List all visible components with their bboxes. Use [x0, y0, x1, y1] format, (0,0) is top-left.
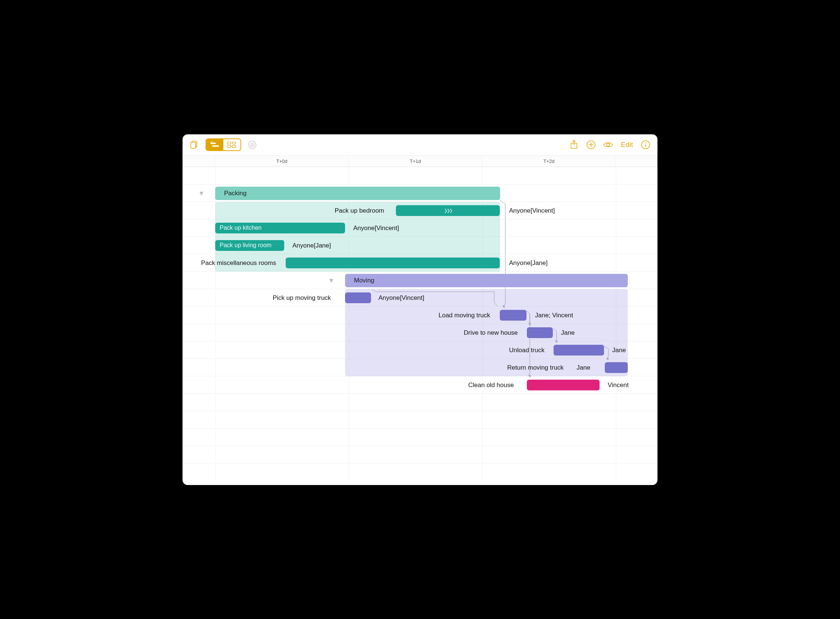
chevron-down-icon[interactable]: ▼ — [328, 277, 335, 285]
svg-rect-9 — [232, 145, 236, 148]
svg-rect-2 — [210, 142, 216, 144]
svg-point-4 — [211, 141, 211, 142]
task-bar-pack-bedroom[interactable]: ❯❯❯ — [396, 205, 500, 216]
group-label: Moving — [354, 277, 374, 284]
share-icon[interactable] — [568, 139, 580, 151]
task-bar-unload[interactable] — [554, 345, 604, 356]
task-resource: Anyone[Vincent] — [378, 294, 424, 302]
timeline-col-0: T+0d — [215, 156, 349, 167]
timeline-col-2: T+2d — [482, 156, 616, 167]
group-label: Packing — [224, 190, 247, 197]
task-resource: Jane — [577, 364, 590, 371]
svg-point-10 — [248, 141, 256, 148]
view-grid-icon[interactable] — [223, 139, 241, 150]
task-label: Load moving truck — [439, 312, 490, 319]
task-resource: Anyone[Vincent] — [353, 224, 399, 232]
group-header-moving[interactable]: Moving — [345, 274, 628, 287]
task-label: Pack up kitchen — [220, 224, 262, 231]
task-resource: Anyone[Vincent] — [509, 207, 555, 214]
task-label: Drive to new house — [464, 329, 518, 336]
task-label: Pick up moving truck — [273, 294, 331, 302]
app-window: Edit T+0d T+1d T+2d — [182, 135, 658, 485]
task-bar-load-truck[interactable] — [500, 310, 526, 321]
undo-icon[interactable] — [247, 139, 258, 151]
task-resource: Jane — [561, 329, 575, 336]
svg-rect-6 — [227, 142, 231, 144]
group-header-packing[interactable]: Packing — [215, 187, 500, 200]
info-icon[interactable] — [640, 139, 652, 151]
svg-point-13 — [607, 143, 610, 146]
task-label: Pack miscellaneous rooms — [201, 259, 276, 267]
chevron-right-icon: ❯❯❯ — [444, 208, 452, 213]
documents-icon[interactable] — [188, 139, 200, 151]
task-bar-pack-misc[interactable] — [286, 257, 500, 268]
task-resource: Vincent — [608, 381, 629, 389]
task-label: Return moving truck — [507, 364, 563, 371]
task-label: Pack up living room — [220, 242, 272, 249]
task-bar-pack-living[interactable]: Pack up living room — [215, 240, 284, 251]
task-label: Pack up bedroom — [335, 207, 384, 214]
task-resource: Jane; Vincent — [535, 312, 573, 319]
task-bar-clean-house[interactable] — [527, 380, 599, 390]
svg-point-15 — [645, 142, 646, 143]
task-label: Clean old house — [468, 381, 514, 389]
task-bar-drive[interactable] — [527, 327, 553, 338]
svg-rect-8 — [227, 145, 231, 148]
add-icon[interactable] — [585, 139, 597, 151]
svg-point-5 — [212, 141, 212, 142]
task-resource: Anyone[Jane] — [509, 259, 548, 267]
svg-rect-3 — [212, 145, 219, 147]
task-resource: Anyone[Jane] — [292, 242, 331, 250]
svg-rect-1 — [191, 142, 196, 148]
eye-icon[interactable] — [602, 139, 614, 151]
toolbar: Edit — [182, 135, 658, 156]
svg-rect-7 — [232, 142, 236, 144]
task-bar-pack-kitchen[interactable]: Pack up kitchen — [215, 223, 345, 233]
view-gantt-icon[interactable] — [206, 139, 223, 150]
timeline-col-1: T+1d — [349, 156, 482, 167]
task-bar-pickup-truck[interactable] — [345, 292, 371, 303]
task-label: Unload truck — [509, 347, 544, 354]
timeline-header: T+0d T+1d T+2d — [182, 156, 658, 167]
edit-button[interactable]: Edit — [619, 141, 634, 149]
task-bar-return-truck[interactable] — [605, 362, 628, 373]
gantt-rows[interactable]: ▼ Packing Pack up bedroom ❯❯❯ Anyone[Vin… — [182, 167, 658, 481]
view-segmented-control[interactable] — [206, 138, 241, 151]
chevron-down-icon[interactable]: ▼ — [198, 190, 205, 197]
task-resource: Jane — [612, 347, 626, 354]
